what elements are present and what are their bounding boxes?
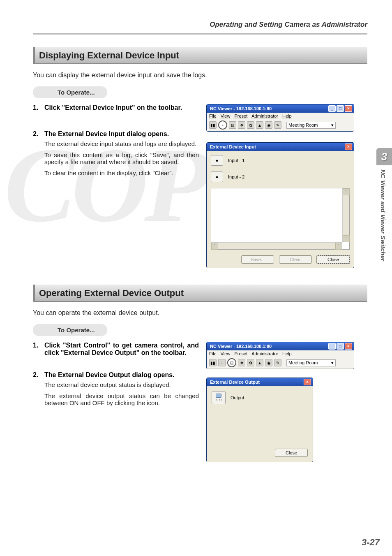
scroll-down-icon[interactable]: ˅ [343,235,350,242]
chevron-down-icon: ▾ [331,123,334,128]
menu-help[interactable]: Help [282,351,292,356]
external-device-input-dialog: External Device Input × ● Input - 1 ● In… [206,142,354,268]
chevron-down-icon: ▾ [331,360,334,366]
menu-view[interactable]: View [221,114,231,118]
close-button[interactable]: × [345,105,352,112]
nc-viewer-window-output: NC Viewer - 192.168.100.1:80 _ □ × File … [206,342,354,369]
clear-button[interactable]: Clear [279,255,312,264]
menu-file[interactable]: File [209,114,217,118]
external-device-input-icon[interactable]: ◦ [218,120,227,130]
close-button[interactable]: Close [317,255,350,264]
scroll-right-icon[interactable]: ˃ [335,243,342,250]
menu-administrator[interactable]: Administrator [251,114,278,118]
header-rule [33,33,367,35]
toolbar-icon[interactable]: ✎ [274,121,281,129]
pause-icon[interactable]: ▮▮ [209,121,217,129]
menu-bar: File View Preset Administrator Help [207,350,354,357]
toolbar-icon[interactable]: ❖ [238,121,245,129]
step2-body1: The external device input status and log… [44,140,199,147]
preset-selected-label: Meeting Room [288,360,318,365]
page-number: 3-27 [362,537,380,548]
external-device-output-icon[interactable]: ⊟ [227,358,236,367]
section-heading-input: Displaying External Device Input [33,47,367,64]
step2-body3: To clear the content in the display, cli… [44,169,199,176]
input-2-label: Input - 2 [228,174,244,179]
toolbar-icon[interactable]: ▲ [256,121,263,129]
save-button[interactable]: Save... [241,255,274,264]
maximize-button[interactable]: □ [337,343,344,350]
menu-administrator[interactable]: Administrator [251,351,278,356]
step2-body2: To save this content as a log, click "Sa… [44,151,199,165]
step2-body2-output: The external device output status can be… [44,392,199,406]
step2-title-output: The External Device Output dialog opens. [44,371,175,379]
log-area: ˄ ˅ ˂ ˃ [211,188,350,250]
toolbar-icon[interactable]: ✎ [274,359,281,366]
preset-select[interactable]: Meeting Room ▾ [286,359,336,366]
menu-view[interactable]: View [221,351,231,356]
step-number: 2. [33,371,44,379]
scroll-left-icon[interactable]: ˂ [211,243,218,250]
step-number: 2. [33,130,44,138]
output-label: Output [231,395,244,400]
preset-selected-label: Meeting Room [288,123,318,127]
step-number: 1. [33,104,44,111]
external-device-output-dialog: External Device Output × ⊸ ⊷ Output [206,378,313,462]
step-number: 1. [33,342,44,357]
input-1-label: Input - 1 [228,158,244,163]
toolbar-icon[interactable]: ✿ [247,121,254,129]
close-button[interactable]: × [345,343,352,350]
section-heading-output: Operating External Device Output [33,285,367,302]
menu-preset[interactable]: Preset [234,351,247,356]
preset-select[interactable]: Meeting Room ▾ [286,122,336,129]
dialog-title: External Device Input [208,144,345,149]
input-status-icon: ● [211,171,223,182]
step1-title: Click "External Device Input" on the too… [44,104,182,111]
nc-viewer-window: NC Viewer - 192.168.100.1:80 _ □ × File … [206,104,354,132]
maximize-button[interactable]: □ [337,105,344,112]
menu-help[interactable]: Help [282,114,292,118]
close-button[interactable]: × [345,144,352,150]
pause-icon[interactable]: ▮▮ [209,359,217,366]
toolbar-icon[interactable]: ✿ [247,359,254,366]
vertical-scrollbar[interactable]: ˄ ˅ [342,188,349,242]
minimize-button[interactable]: _ [328,343,336,350]
close-button[interactable]: Close [275,449,308,457]
step2-title: The External Device Input dialog opens. [44,130,169,138]
scroll-up-icon[interactable]: ˄ [343,188,350,195]
menu-file[interactable]: File [209,351,217,356]
input-1-row: ● Input - 1 [211,155,350,166]
operate-pill-1: To Operate... [33,86,107,98]
minimize-button[interactable]: _ [328,105,336,112]
toolbar-icon[interactable]: ❖ [238,359,245,366]
step2-body1-output: The external device output status is dis… [44,381,199,388]
external-device-input-icon[interactable]: ◦ [218,359,226,366]
dialog-title: External Device Output [208,380,304,385]
operate-pill-2: To Operate... [33,324,107,336]
window-title: NC Viewer - 192.168.100.1:80 [208,106,328,111]
output-row: ⊸ ⊷ Output [212,391,308,404]
toolbar-icon[interactable]: ◉ [265,359,272,366]
toolbar: ▮▮ ◦ ⊟ ❖ ✿ ▲ ◉ ✎ Meeting Room ▾ [207,357,354,369]
external-device-output-icon[interactable]: ⊟ [229,121,236,129]
input-2-row: ● Input - 2 [211,171,350,182]
input-status-icon: ● [211,155,223,166]
running-header: Operating and Setting Camera as Administ… [33,21,367,31]
toolbar: ▮▮ ◦ ⊟ ❖ ✿ ▲ ◉ ✎ Meeting Room ▾ [207,119,354,131]
menu-preset[interactable]: Preset [234,114,247,118]
menu-bar: File View Preset Administrator Help [207,113,354,119]
window-title: NC Viewer - 192.168.100.1:80 [208,344,328,349]
step1-title-output: Click "Start Control" to get camera cont… [44,342,199,357]
horizontal-scrollbar[interactable]: ˂ ˃ [211,242,342,249]
toolbar-icon[interactable]: ◉ [265,121,272,129]
output-toggle-icon[interactable]: ⊸ ⊷ [212,391,226,404]
section1-intro: You can display the external device inpu… [33,72,367,79]
close-button[interactable]: × [304,379,311,385]
toolbar-icon[interactable]: ▲ [256,359,263,366]
section2-intro: You can operate the external device outp… [33,309,367,317]
